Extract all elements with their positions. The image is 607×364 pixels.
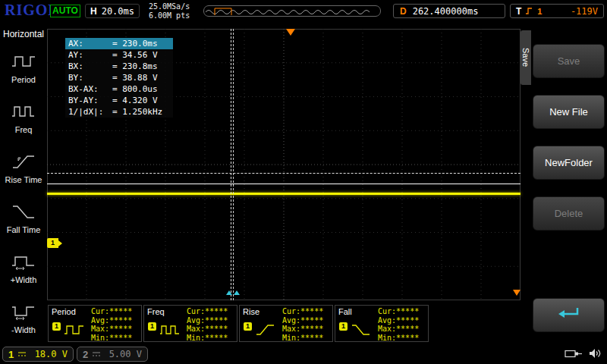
measurement-box-freq[interactable]: Freq 1 Cur:***** Avg:***** Max:***** Min… — [143, 305, 237, 342]
trigger-slope-icon — [525, 5, 533, 18]
channel-badge: 1 — [339, 322, 348, 331]
fall-time-icon — [11, 201, 36, 224]
channel-badge: 1 — [52, 322, 61, 331]
stat-min: Min:***** — [187, 334, 228, 343]
trigger-level-value: -119V — [571, 6, 598, 17]
freq-icon — [11, 101, 36, 124]
stat-min: Min:***** — [91, 334, 132, 343]
acquire-mode-badge[interactable]: AUTO — [50, 5, 80, 17]
top-status-bar: RIGOL AUTO H 20.0ms 25.0MSa/s 6.00M pts … — [0, 0, 607, 23]
ch1-ground-marker[interactable]: 1 — [47, 238, 58, 248]
ch1-coupling-icon — [17, 347, 27, 361]
left-menu-title: Horizontal — [0, 23, 47, 42]
timebase-value: 20.0ms — [102, 6, 134, 17]
waveform-preview-strip — [203, 5, 381, 17]
channel1-badge[interactable]: 1 18.0 V — [2, 347, 74, 362]
menu-tab-save: Save — [521, 30, 531, 85]
timebase-box[interactable]: H 20.0ms — [85, 4, 140, 18]
channel-badge: 1 — [148, 322, 156, 331]
trigger-channel: 1 — [537, 7, 542, 16]
stat-max: Max:***** — [91, 325, 132, 334]
memory-depth: 6.00M pts — [149, 11, 190, 20]
stat-avg: Avg:***** — [187, 316, 228, 325]
menu-item-minus-width[interactable]: -Width — [0, 293, 47, 343]
preview-wave-icon — [204, 7, 380, 17]
cursor-handle-b[interactable] — [234, 290, 240, 295]
cursor-horizontal-b[interactable] — [47, 184, 521, 184]
stat-cur: Cur:***** — [378, 307, 419, 316]
freq-icon — [159, 321, 181, 340]
stat-min: Min:***** — [282, 334, 323, 343]
sample-rate-block: 25.0MSa/s 6.00M pts — [149, 2, 190, 20]
stat-max: Max:***** — [378, 325, 419, 334]
rise-time-icon — [255, 321, 276, 340]
cursor-row-by: BY: = 38.88 V — [65, 72, 173, 83]
trigger-position-marker[interactable] — [286, 29, 295, 36]
stat-cur: Cur:***** — [187, 307, 228, 316]
cursor-row-byay: BY-AY: = 4.320 V — [65, 95, 173, 106]
delay-value: 262.400000ms — [413, 6, 479, 17]
bottom-channel-bar: 1 18.0 V 2 5.00 V — [0, 345, 607, 364]
menu-item-plus-width[interactable]: +Width — [0, 243, 47, 293]
cursor-row-bxax: BX-AX: = 800.0us — [65, 83, 173, 95]
cursor-row-inv-dx: 1/|dX|: = 1.250kHz — [65, 106, 173, 118]
menu-item-rise-time[interactable]: Rise Time — [0, 143, 47, 193]
measurement-box-rise[interactable]: Rise 1 Cur:***** Avg:***** Max:***** Min… — [239, 305, 333, 342]
rise-time-icon — [11, 151, 36, 174]
period-icon — [11, 51, 36, 74]
menu-item-fall-time[interactable]: Fall Time — [0, 193, 47, 243]
fall-time-icon — [351, 321, 372, 340]
cursor-row-bx: BX: = 230.8ms — [65, 61, 173, 72]
trigger-label: T — [516, 6, 521, 17]
minus-width-icon — [11, 301, 36, 324]
trigger-level-edge-marker — [513, 290, 521, 296]
softkey-menu-panel: Save Save New File NewFolder Delete — [521, 23, 607, 364]
softkey-new-file[interactable]: New File — [533, 95, 605, 129]
cursor-vertical-b[interactable] — [233, 29, 234, 300]
stat-avg: Avg:***** — [378, 316, 419, 325]
return-arrow-icon — [556, 306, 582, 325]
cursor-readout-panel: AX: = 230.0ms AY: = 34.56 V BX: = 230.8m… — [65, 38, 173, 118]
softkey-return[interactable] — [533, 298, 605, 332]
stat-cur: Cur:***** — [282, 307, 323, 316]
cursor-row-ay: AY: = 34.56 V — [65, 49, 173, 61]
channel2-badge[interactable]: 2 5.00 V — [77, 347, 148, 362]
waveform-display: AX: = 230.0ms AY: = 34.56 V BX: = 230.8m… — [47, 29, 521, 300]
stat-avg: Avg:***** — [91, 316, 132, 325]
plus-width-icon — [11, 251, 36, 274]
ch2-coupling-icon — [92, 347, 101, 361]
cursor-horizontal-a[interactable] — [47, 173, 521, 174]
delay-label: D — [400, 6, 407, 17]
cursor-vertical-a[interactable] — [231, 29, 231, 300]
cursor-handle-a[interactable] — [226, 290, 232, 295]
sample-rate: 25.0MSa/s — [149, 2, 190, 11]
menu-item-freq[interactable]: Freq — [0, 93, 47, 143]
stat-min: Min:***** — [378, 334, 419, 343]
stat-avg: Avg:***** — [282, 316, 323, 325]
cursor-row-ax: AX: = 230.0ms — [65, 38, 173, 49]
measurement-box-period[interactable]: Period 1 Cur:***** Avg:***** Max:***** M… — [48, 305, 142, 342]
softkey-save[interactable]: Save — [533, 44, 605, 78]
waveform-ch1 — [47, 193, 521, 195]
delay-box[interactable]: D 262.400000ms — [393, 4, 505, 18]
stat-max: Max:***** — [187, 325, 228, 334]
left-measure-menu: Horizontal Period Freq Rise Time Fall Ti… — [0, 23, 47, 345]
softkey-new-folder[interactable]: NewFolder — [533, 146, 605, 180]
measurement-box-fall[interactable]: Fall 1 Cur:***** Avg:***** Max:***** Min… — [335, 305, 429, 342]
stat-cur: Cur:***** — [91, 307, 132, 316]
softkey-delete[interactable]: Delete — [533, 196, 605, 231]
trigger-box[interactable]: T 1 -119V — [510, 4, 604, 18]
stat-max: Max:***** — [282, 325, 323, 334]
menu-item-period[interactable]: Period — [0, 42, 47, 93]
horizontal-label: H — [90, 6, 97, 17]
period-icon — [64, 321, 85, 340]
channel-badge: 1 — [244, 322, 252, 331]
